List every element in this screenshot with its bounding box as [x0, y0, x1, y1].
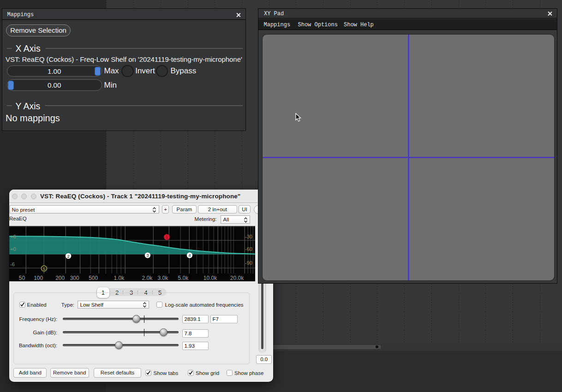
- svg-text:3: 3: [146, 253, 149, 258]
- svg-text:+0: +0: [10, 246, 16, 252]
- svg-text:50: 50: [19, 275, 25, 281]
- svg-text:200: 200: [55, 275, 65, 281]
- svg-text:100: 100: [34, 275, 43, 281]
- svg-text:5: 5: [43, 266, 45, 271]
- svg-text:3.0k: 3.0k: [157, 275, 168, 281]
- svg-text:2.0k: 2.0k: [142, 275, 153, 281]
- svg-text:-30: -30: [245, 234, 252, 239]
- svg-text:5.0k: 5.0k: [178, 275, 189, 281]
- svg-text:+6: +6: [10, 233, 16, 239]
- svg-text:-90: -90: [245, 260, 252, 266]
- svg-text:300: 300: [70, 275, 79, 281]
- svg-text:20.0k: 20.0k: [230, 275, 244, 281]
- svg-text:10.0k: 10.0k: [203, 275, 217, 281]
- svg-text:1.0k: 1.0k: [114, 275, 125, 281]
- svg-text:4: 4: [188, 253, 191, 258]
- svg-text:500: 500: [89, 275, 98, 281]
- svg-text:1: 1: [166, 234, 168, 239]
- svg-text:-60: -60: [245, 246, 252, 252]
- svg-text:2: 2: [67, 253, 69, 258]
- svg-text:-6: -6: [10, 261, 15, 267]
